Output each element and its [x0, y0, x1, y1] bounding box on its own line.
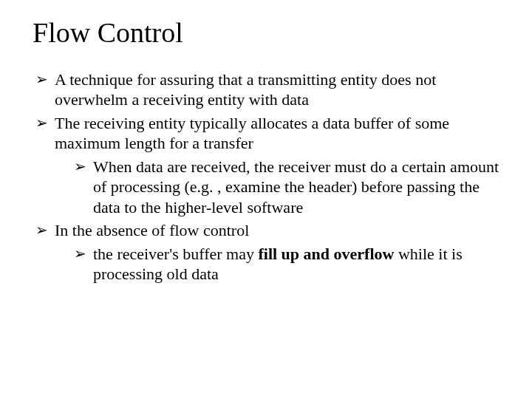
- sub-bullet-item: the receiver's buffer may fill up and ov…: [74, 244, 499, 284]
- bullet-item: A technique for assuring that a transmit…: [35, 69, 499, 110]
- bullet-item: The receiving entity typically allocates…: [35, 113, 499, 218]
- sub-bullet-list: the receiver's buffer may fill up and ov…: [55, 244, 499, 284]
- sub-bullet-text: When data are received, the receiver mus…: [93, 157, 499, 216]
- slide: Flow Control A technique for assuring th…: [0, 0, 532, 302]
- bullet-text: In the absence of flow control: [55, 221, 249, 239]
- sub-bullet-item: When data are received, the receiver mus…: [74, 157, 499, 218]
- sub-bullet-text-pre: the receiver's buffer may: [93, 245, 258, 263]
- sub-bullet-text-bold: fill up and overflow: [258, 245, 394, 263]
- bullet-list: A technique for assuring that a transmit…: [33, 69, 499, 284]
- bullet-item: In the absence of flow control the recei…: [35, 220, 499, 284]
- bullet-text: A technique for assuring that a transmit…: [55, 70, 436, 109]
- bullet-text: The receiving entity typically allocates…: [55, 114, 449, 153]
- slide-title: Flow Control: [33, 18, 499, 49]
- sub-bullet-list: When data are received, the receiver mus…: [55, 157, 499, 218]
